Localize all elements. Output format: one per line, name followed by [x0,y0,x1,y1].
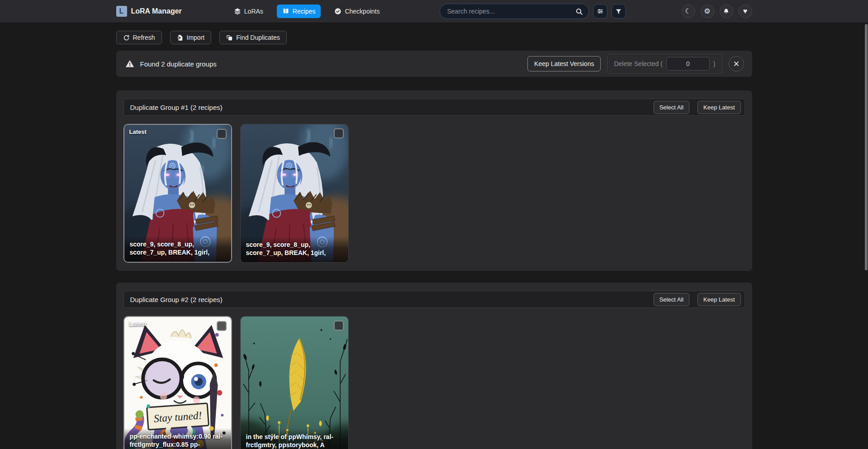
sliders-button[interactable] [593,4,607,19]
caption-line-1: score_9, score_8_up, [130,241,226,248]
delete-selected-suffix: ) [713,60,716,67]
refresh-label: Refresh [133,34,155,41]
group-2-title: Duplicate Group #2 (2 recipes) [130,296,223,303]
gear-icon: ⚙ [704,8,710,15]
navbar: L LoRA Manager LoRAs R [0,0,868,23]
import-button[interactable]: Import [170,31,212,44]
tab-checkpoints[interactable]: Checkpoints [329,5,385,18]
recipe-caption: score_9, score_8_up, score_7_up, BREAK, … [124,236,231,262]
tab-loras[interactable]: LoRAs [228,5,269,18]
funnel-icon [615,8,622,15]
main-content: Refresh Import Find Duplicates [116,31,752,449]
group-1-keep-latest-button[interactable]: Keep Latest [697,101,740,114]
caption-line-2: frctlgmtry, ppstorybook, A [246,441,343,449]
duplicate-group-2: Duplicate Group #2 (2 recipes) Select Al… [116,283,752,449]
heart-icon: ♥ [743,8,748,15]
file-import-icon [177,34,184,41]
duplicate-group-1: Duplicate Group #1 (2 recipes) Select Al… [116,90,752,271]
alert-close-button[interactable] [729,56,744,71]
book-icon [282,8,289,15]
filter-button[interactable] [612,4,626,19]
recipe-caption: in the style of ppWhimsy, ral- frctlgmtr… [241,429,348,449]
refresh-icon [123,34,130,41]
toolbar: Refresh Import Find Duplicates [116,31,752,44]
search [440,4,589,19]
caption-line-2: score_7_up, BREAK, 1girl, [130,249,226,256]
recipe-card[interactable]: score_9, score_8_up, score_7_up, BREAK, … [240,124,349,263]
recipe-card[interactable]: in the style of ppWhimsy, ral- frctlgmtr… [240,316,349,449]
main-nav: LoRAs Recipes Checkpoints [228,5,385,18]
check-circle-icon [334,8,342,15]
duplicates-icon [226,34,233,41]
tab-checkpoints-label: Checkpoints [345,8,379,15]
caption-line-1: score_9, score_8_up, [246,241,343,249]
app-logo: L [116,6,127,17]
caption-line-2: frctlgmtry_flux:0.85 pp- [130,441,226,449]
find-duplicates-button[interactable]: Find Duplicates [219,31,287,44]
refresh-button[interactable]: Refresh [116,31,162,44]
alert-message: Found 2 duplicate groups [140,60,217,68]
search-button[interactable] [573,5,586,18]
group-2-header: Duplicate Group #2 (2 recipes) Select Al… [123,291,745,308]
recipe-caption: score_9, score_8_up, score_7_up, BREAK, … [241,236,348,262]
group-2-select-all-button[interactable]: Select All [654,293,689,306]
app-window: L LoRA Manager LoRAs R [0,0,868,449]
recipe-select-checkbox[interactable] [334,321,344,331]
bell-icon [723,8,730,15]
tab-recipes-label: Recipes [293,8,316,15]
delete-selected-button[interactable]: Delete Selected ( ) [607,54,722,74]
brand[interactable]: L LoRA Manager [116,6,182,17]
recipe-card[interactable]: Stay tuned! Latest pp-enchanted-whimsy:0… [123,316,232,449]
latest-badge: Latest [129,321,147,327]
notifications-button[interactable] [720,5,733,18]
group-1-select-all-button[interactable]: Select All [654,101,689,114]
caption-line-2: score_7_up, BREAK, 1girl, [246,249,343,257]
recipe-select-checkbox[interactable] [217,129,227,139]
group-1-title: Duplicate Group #1 (2 recipes) [130,104,223,111]
search-icon [575,8,583,15]
settings-button[interactable]: ⚙ [701,5,714,18]
import-label: Import [187,34,205,41]
recipe-select-checkbox[interactable] [334,128,344,138]
latest-badge: Latest [129,128,147,135]
close-icon [733,61,740,67]
favorites-button[interactable]: ♥ [739,5,752,18]
delete-count-input[interactable] [666,57,710,71]
keep-latest-versions-button[interactable]: Keep Latest Versions [527,56,601,71]
group-1-cards: Latest score_9, score_8_up, score_7_up, … [123,124,745,263]
sliders-icon [597,8,604,15]
group-2-keep-latest-button[interactable]: Keep Latest [697,293,740,306]
caption-line-1: pp-enchanted-whimsy:0.90 ral- [130,433,226,440]
recipe-select-checkbox[interactable] [217,321,227,331]
caption-line-1: in the style of ppWhimsy, ral- [246,433,343,441]
theme-toggle-button[interactable]: ☾ [682,5,695,18]
group-1-header: Duplicate Group #1 (2 recipes) Select Al… [123,99,745,116]
navbar-icon-group: ☾ ⚙ ♥ [682,5,752,18]
group-2-cards: Stay tuned! Latest pp-enchanted-whimsy:0… [123,316,745,449]
app-title: LoRA Manager [131,7,182,15]
warning-icon [125,59,134,68]
moon-icon: ☾ [685,8,691,15]
duplicates-alert: Found 2 duplicate groups Keep Latest Ver… [116,51,752,77]
vertical-scrollbar[interactable] [865,24,868,270]
tab-recipes[interactable]: Recipes [277,5,321,18]
recipe-card[interactable]: Latest score_9, score_8_up, score_7_up, … [123,124,232,263]
find-duplicates-label: Find Duplicates [236,34,280,41]
tab-loras-label: LoRAs [244,8,263,15]
recipe-caption: pp-enchanted-whimsy:0.90 ral- frctlgmtry… [124,428,231,449]
search-input[interactable] [440,4,589,19]
delete-selected-prefix: Delete Selected ( [614,60,662,67]
layers-icon [234,8,241,15]
